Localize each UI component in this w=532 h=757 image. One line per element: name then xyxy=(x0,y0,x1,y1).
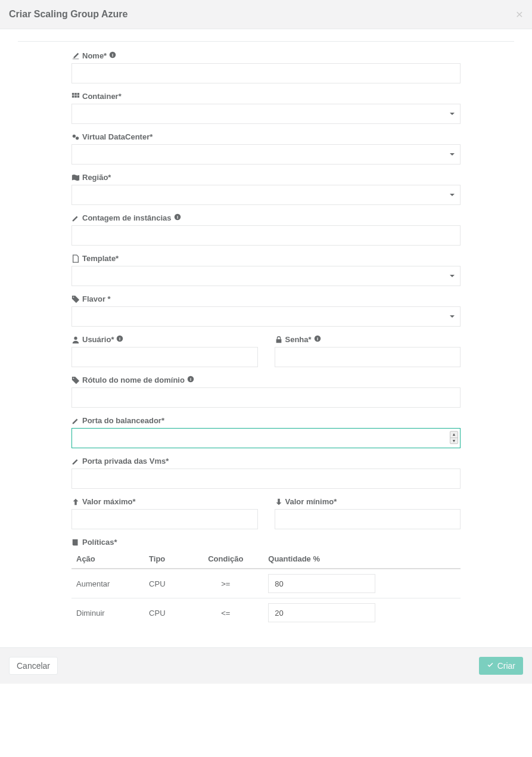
flavor-select[interactable] xyxy=(71,306,461,327)
svg-point-12 xyxy=(73,296,74,297)
tag-icon xyxy=(71,376,80,384)
template-select[interactable] xyxy=(71,266,461,286)
svg-rect-7 xyxy=(77,95,80,98)
svg-text:i: i xyxy=(317,336,318,342)
map-icon xyxy=(71,173,80,182)
min-input[interactable] xyxy=(275,509,461,529)
svg-text:i: i xyxy=(190,377,191,382)
chevron-up-icon[interactable]: ▲ xyxy=(450,432,458,438)
domain-input[interactable] xyxy=(71,387,461,408)
svg-point-19 xyxy=(73,377,74,378)
svg-text:i: i xyxy=(112,52,113,58)
modal-title: Criar Scaling Group Azure xyxy=(9,9,523,20)
policies-label: Políticas* xyxy=(71,538,461,547)
user-label: Usuário* i xyxy=(71,335,258,344)
vdc-select[interactable] xyxy=(71,144,461,165)
user-input[interactable] xyxy=(71,347,258,367)
svg-rect-2 xyxy=(72,92,74,95)
check-icon xyxy=(487,661,494,671)
chevron-down-icon xyxy=(450,153,455,156)
gears-icon xyxy=(71,133,80,141)
container-select[interactable] xyxy=(71,104,461,124)
svg-point-9 xyxy=(76,136,79,139)
divider xyxy=(18,41,514,42)
container-label: Container* xyxy=(71,92,461,101)
svg-rect-3 xyxy=(74,92,77,95)
close-button[interactable]: × xyxy=(516,7,523,21)
flavor-label: Flavor * xyxy=(71,294,461,303)
chevron-down-icon xyxy=(450,275,455,277)
svg-point-13 xyxy=(74,336,77,339)
pencil-icon xyxy=(71,417,80,425)
amount-input-0[interactable] xyxy=(268,574,375,593)
grid-icon xyxy=(71,92,80,101)
col-condition: Condição xyxy=(188,550,263,569)
arrow-down-icon xyxy=(275,498,283,506)
lbport-input[interactable] xyxy=(71,428,461,448)
info-icon: i xyxy=(116,335,123,344)
template-label: Template* xyxy=(71,254,461,263)
modal-footer: Cancelar Criar xyxy=(0,647,532,684)
info-icon: i xyxy=(109,51,116,60)
pencil-icon xyxy=(71,457,80,466)
lbport-label: Porta do balanceador* xyxy=(71,416,461,425)
modal-header: Criar Scaling Group Azure × xyxy=(0,0,532,29)
info-icon: i xyxy=(187,376,194,384)
book-icon xyxy=(71,538,80,547)
user-icon xyxy=(71,336,80,344)
instances-label: Contagem de instâncias i xyxy=(71,213,461,222)
domain-label: Rótulo do nome de domínio i xyxy=(71,376,461,384)
modal: Criar Scaling Group Azure × Nome* i xyxy=(0,0,532,684)
max-label: Valor máximo* xyxy=(71,497,258,506)
svg-text:i: i xyxy=(119,336,120,342)
arrow-up-icon xyxy=(71,498,80,506)
pencil-icon xyxy=(71,214,80,222)
chevron-down-icon xyxy=(450,113,455,115)
password-label: Senha* i xyxy=(275,335,461,344)
vdc-label: Virtual DataCenter* xyxy=(71,132,461,141)
vmport-label: Porta privada das Vms* xyxy=(71,457,461,466)
svg-point-8 xyxy=(73,134,76,137)
table-row: Diminuir CPU <= xyxy=(71,598,461,628)
vmport-input[interactable] xyxy=(71,469,461,489)
max-input[interactable] xyxy=(71,509,258,529)
instances-input[interactable] xyxy=(71,225,461,246)
name-input[interactable] xyxy=(71,63,461,83)
col-action: Ação xyxy=(71,550,144,569)
chevron-down-icon xyxy=(450,315,455,318)
tag-icon xyxy=(71,295,80,303)
col-amount: Quantidade % xyxy=(263,550,461,569)
chevron-down-icon xyxy=(450,194,455,196)
modal-body: Nome* i Container* xyxy=(0,29,532,647)
create-button[interactable]: Criar xyxy=(479,657,523,675)
lock-icon xyxy=(275,336,283,344)
col-type: Tipo xyxy=(144,550,188,569)
min-label: Valor mínimo* xyxy=(275,497,461,506)
svg-rect-6 xyxy=(74,95,77,98)
policies-table: Ação Tipo Condição Quantidade % Aumentar… xyxy=(71,550,461,627)
region-select[interactable] xyxy=(71,185,461,205)
name-label: Nome* i xyxy=(71,51,461,60)
cancel-button[interactable]: Cancelar xyxy=(9,657,58,675)
region-label: Região* xyxy=(71,173,461,182)
file-icon xyxy=(71,255,80,263)
info-icon: i xyxy=(174,213,181,222)
close-icon: × xyxy=(516,7,523,21)
amount-input-1[interactable] xyxy=(268,603,375,622)
svg-rect-4 xyxy=(77,92,80,95)
password-input[interactable] xyxy=(275,347,461,367)
info-icon: i xyxy=(314,335,321,344)
spinner-control[interactable]: ▲ ▼ xyxy=(450,431,458,444)
edit-icon xyxy=(71,52,80,60)
table-row: Aumentar CPU >= xyxy=(71,569,461,598)
svg-rect-5 xyxy=(72,95,74,98)
svg-text:i: i xyxy=(177,215,178,220)
chevron-down-icon[interactable]: ▼ xyxy=(450,438,458,444)
svg-rect-16 xyxy=(276,339,281,343)
